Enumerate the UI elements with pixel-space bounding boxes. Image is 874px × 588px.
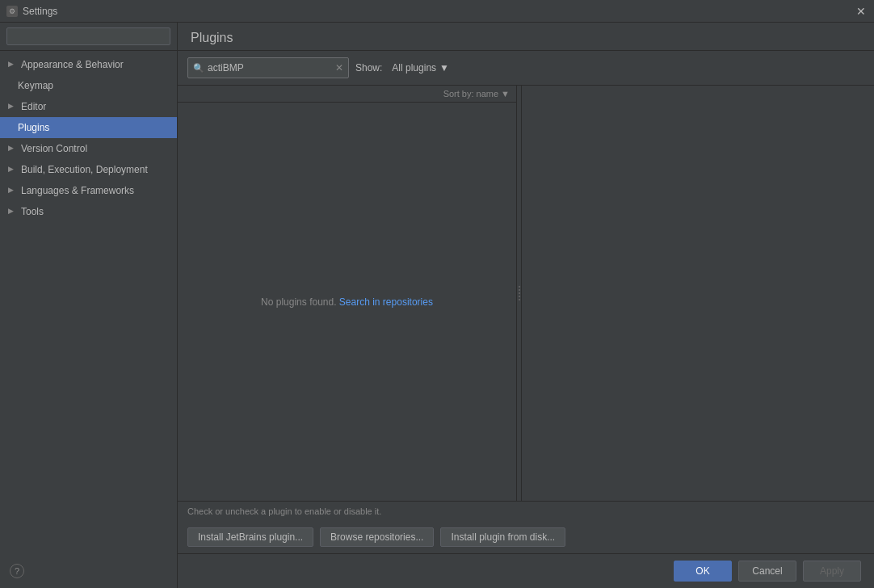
show-dropdown[interactable]: All plugins ▼ — [389, 61, 452, 75]
sidebar: ▶ Appearance & Behavior Keymap ▶ Editor … — [0, 23, 178, 588]
help-section: ? — [0, 575, 177, 588]
plugins-list: Sort by: name ▼ No plugins found. Search… — [178, 86, 517, 501]
arrow-icon: ▶ — [8, 185, 18, 196]
settings-icon: ⚙ — [6, 6, 18, 17]
ok-button[interactable]: OK — [674, 561, 732, 582]
sort-arrow-icon: ▼ — [501, 89, 510, 99]
plugins-header: Plugins — [178, 23, 874, 51]
search-in-repositories-link[interactable]: Search in repositories — [339, 296, 433, 308]
help-button[interactable]: ? — [10, 564, 24, 578]
sidebar-item-editor[interactable]: ▶ Editor — [0, 96, 177, 117]
sidebar-item-languages[interactable]: ▶ Languages & Frameworks — [0, 180, 177, 201]
arrow-icon: ▶ — [8, 164, 18, 175]
sort-bar[interactable]: Sort by: name ▼ — [178, 86, 516, 103]
apply-button[interactable]: Apply — [803, 561, 861, 582]
show-label: Show: — [355, 62, 382, 74]
sidebar-search-input[interactable] — [6, 27, 170, 45]
content-area: Plugins 🔍 ✕ Show: All plugins ▼ — [178, 23, 874, 588]
browse-repositories-button[interactable]: Browse repositories... — [320, 527, 434, 547]
drag-dots — [519, 286, 520, 300]
sidebar-item-keymap[interactable]: Keymap — [0, 75, 177, 96]
arrow-icon: ▶ — [8, 59, 18, 70]
close-button[interactable]: ✕ — [855, 5, 868, 18]
bottom-actions: Install JetBrains plugin... Browse repos… — [178, 521, 874, 553]
arrow-icon: ▶ — [8, 206, 18, 217]
plugin-search-box: 🔍 ✕ — [187, 57, 349, 78]
arrow-icon: ▶ — [8, 101, 18, 112]
sidebar-item-tools[interactable]: ▶ Tools — [0, 201, 177, 222]
window-title: Settings — [23, 6, 57, 17]
clear-search-button[interactable]: ✕ — [335, 62, 343, 74]
dropdown-arrow-icon: ▼ — [439, 62, 449, 74]
sidebar-search-box — [0, 23, 177, 51]
sidebar-item-appearance[interactable]: ▶ Appearance & Behavior — [0, 54, 177, 75]
plugins-toolbar: 🔍 ✕ Show: All plugins ▼ — [178, 51, 874, 86]
bottom-hint: Check or uncheck a plugin to enable or d… — [178, 501, 874, 521]
install-jetbrains-button[interactable]: Install JetBrains plugin... — [187, 527, 313, 547]
content: Plugins 🔍 ✕ Show: All plugins ▼ — [178, 23, 874, 553]
plugin-search-input[interactable] — [208, 62, 335, 74]
title-bar: ⚙ Settings ✕ — [0, 0, 874, 23]
sidebar-item-plugins[interactable]: Plugins — [0, 117, 177, 138]
main-layout: ▶ Appearance & Behavior Keymap ▶ Editor … — [0, 23, 874, 588]
search-icon: 🔍 — [193, 63, 204, 74]
sidebar-nav: ▶ Appearance & Behavior Keymap ▶ Editor … — [0, 51, 177, 575]
sidebar-item-build[interactable]: ▶ Build, Execution, Deployment — [0, 159, 177, 180]
sidebar-item-version-control[interactable]: ▶ Version Control ⚙ — [0, 138, 177, 159]
footer: OK Cancel Apply — [178, 553, 874, 588]
install-from-disk-button[interactable]: Install plugin from disk... — [440, 527, 565, 547]
plugins-detail — [522, 86, 874, 501]
title-bar-left: ⚙ Settings — [6, 6, 57, 17]
cancel-button[interactable]: Cancel — [738, 561, 796, 582]
plugins-empty: No plugins found. Search in repositories — [178, 103, 516, 501]
arrow-icon: ▶ — [8, 143, 18, 154]
plugins-body: Sort by: name ▼ No plugins found. Search… — [178, 86, 874, 501]
